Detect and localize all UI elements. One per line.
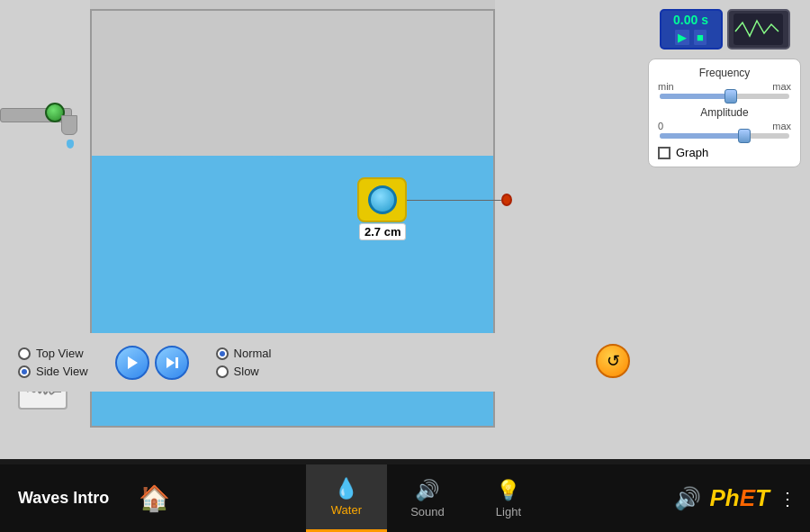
taskbar-tabs: 💧 Water 🔊 Sound 💡 Light — [181, 464, 673, 532]
oscilloscope[interactable] — [727, 9, 790, 50]
graph-checkbox[interactable] — [658, 147, 670, 159]
svg-marker-0 — [128, 356, 138, 369]
tape-body: 2.7 cm — [357, 177, 407, 222]
light-tab-label: Light — [496, 505, 521, 518]
top-view-label: Top View — [36, 347, 84, 360]
refresh-icon: ↺ — [607, 351, 620, 371]
tape-label: 2.7 cm — [359, 223, 406, 240]
normal-speed-option[interactable]: Normal — [216, 347, 272, 360]
slow-speed-radio[interactable] — [216, 365, 229, 378]
amplitude-fill — [660, 133, 744, 139]
amplitude-slider-track — [660, 133, 789, 139]
simulation-area: 1 cm 2.7 cm — [0, 0, 639, 459]
water-tab-label: Water — [331, 503, 362, 517]
speaker-icon[interactable]: 🔊 — [674, 486, 701, 511]
taskbar-right: 🔊 PhET ⋮ — [674, 484, 810, 512]
frequency-thumb[interactable] — [724, 89, 737, 104]
controls-strip: Top View Side View — [0, 333, 639, 392]
amplitude-title: Amplitude — [658, 106, 791, 119]
water-drop — [67, 140, 74, 149]
graph-label: Graph — [676, 146, 708, 159]
top-view-option[interactable]: Top View — [18, 347, 88, 360]
taskbar: Waves Intro 🏠 💧 Water 🔊 Sound 💡 Light 🔊 … — [0, 464, 810, 532]
freq-min-label: min — [658, 81, 674, 92]
slow-speed-option[interactable]: Slow — [216, 365, 272, 378]
sound-tab-label: Sound — [410, 505, 445, 518]
frequency-row: Frequency min max — [658, 67, 791, 99]
frequency-title: Frequency — [658, 67, 791, 79]
phet-accent: E — [740, 484, 755, 511]
frequency-slider-track — [660, 94, 789, 99]
amplitude-thumb[interactable] — [738, 129, 751, 143]
home-icon: 🏠 — [139, 483, 170, 513]
normal-speed-label: Normal — [234, 347, 272, 360]
timer-controls: ▶ ■ — [674, 29, 707, 46]
side-view-radio[interactable] — [18, 365, 31, 378]
home-button[interactable]: 🏠 — [127, 464, 181, 532]
tab-light[interactable]: 💡 Light — [468, 464, 549, 532]
top-view-radio[interactable] — [18, 347, 31, 360]
amplitude-row: Amplitude 0 max — [658, 106, 791, 139]
step-button[interactable] — [155, 346, 189, 380]
sound-tab-icon: 🔊 — [415, 479, 439, 502]
timer-reset-btn[interactable]: ■ — [693, 29, 707, 46]
play-button[interactable] — [115, 346, 149, 380]
tape-circle — [368, 185, 397, 214]
freq-max-label: max — [772, 81, 791, 92]
instruments: 0.00 s ▶ ■ — [639, 9, 810, 50]
tab-water[interactable]: 💧 Water — [306, 464, 387, 532]
light-tab-icon: 💡 — [496, 479, 520, 502]
faucet-head — [61, 115, 77, 135]
water-tab-icon: 💧 — [334, 477, 358, 500]
timer[interactable]: 0.00 s ▶ ■ — [660, 9, 723, 50]
wave-surface — [92, 156, 493, 165]
amp-zero-label: 0 — [658, 121, 663, 131]
taskbar-title: Waves Intro — [0, 489, 127, 508]
side-view-label: Side View — [36, 365, 88, 378]
refresh-button[interactable]: ↺ — [596, 344, 630, 378]
view-radio-group: Top View Side View — [18, 347, 88, 378]
tape-end[interactable] — [501, 194, 512, 206]
amplitude-labels: 0 max — [658, 121, 791, 131]
right-panel: 0.00 s ▶ ■ Frequency min max — [639, 0, 810, 459]
svg-marker-1 — [166, 357, 175, 368]
speed-radio-group: Normal Slow — [216, 347, 272, 378]
timer-play-btn[interactable]: ▶ — [674, 29, 690, 46]
phet-logo: PhET — [710, 484, 770, 512]
frequency-fill — [660, 94, 731, 99]
tab-sound[interactable]: 🔊 Sound — [387, 464, 468, 532]
svg-rect-2 — [176, 357, 178, 368]
timer-value: 0.00 s — [673, 13, 708, 27]
side-view-option[interactable]: Side View — [18, 365, 88, 378]
wave-path — [92, 156, 493, 165]
amp-max-label: max — [772, 121, 791, 131]
slow-speed-label: Slow — [234, 365, 259, 378]
faucet — [0, 90, 94, 162]
normal-speed-radio[interactable] — [216, 347, 229, 360]
wave-controls-panel: Frequency min max Amplitude 0 max — [648, 59, 801, 167]
tape-line — [407, 200, 501, 201]
graph-row[interactable]: Graph — [658, 146, 791, 159]
more-menu-button[interactable]: ⋮ — [778, 488, 796, 509]
tape-measure[interactable]: 2.7 cm — [357, 177, 407, 222]
playback-controls — [115, 346, 189, 380]
